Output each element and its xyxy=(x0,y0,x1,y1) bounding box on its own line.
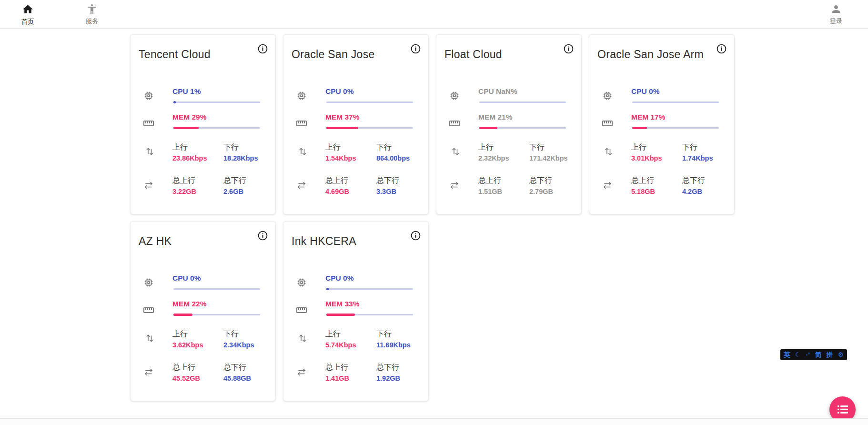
ime-lang-indicator[interactable]: 英 xyxy=(784,349,790,360)
updown-arrows-icon xyxy=(298,333,307,343)
mem-bar xyxy=(632,127,719,129)
cpu-chip-icon xyxy=(449,91,460,101)
info-button[interactable] xyxy=(562,43,575,56)
info-icon xyxy=(257,230,268,241)
info-button[interactable] xyxy=(256,43,269,56)
upload-label: 上行 xyxy=(172,142,188,152)
list-icon xyxy=(838,405,848,414)
nav-item-services[interactable]: 服务 xyxy=(75,3,109,26)
server-card: Oracle San Jose Arm CPU 0% MEM 17% xyxy=(589,34,735,214)
total-download-label: 总下行 xyxy=(376,363,399,373)
total-download-value: 45.88GB xyxy=(223,374,251,382)
total-download-label: 总下行 xyxy=(223,176,246,186)
updown-arrows-icon xyxy=(145,333,154,343)
download-label: 下行 xyxy=(376,142,392,152)
info-button[interactable] xyxy=(409,230,422,243)
total-upload-label: 总上行 xyxy=(478,176,501,186)
ruler-icon xyxy=(296,118,307,129)
download-label: 下行 xyxy=(529,142,545,152)
total-upload-value: 45.52GB xyxy=(172,374,200,382)
cpu-label: CPU NaN% xyxy=(478,87,517,96)
total-upload-value: 4.69GB xyxy=(325,188,349,195)
info-button[interactable] xyxy=(715,43,727,56)
nav-item-login[interactable]: 登录 xyxy=(819,3,853,26)
swap-arrows-icon xyxy=(143,181,154,190)
info-icon xyxy=(716,43,727,54)
total-download-label: 总下行 xyxy=(223,363,246,373)
swap-arrows-icon xyxy=(602,181,613,190)
mem-bar-fill xyxy=(326,314,355,316)
server-name: Float Cloud xyxy=(444,48,502,61)
server-name: AZ HK xyxy=(139,235,172,248)
nav-home-label: 首页 xyxy=(11,18,44,26)
total-download-label: 总下行 xyxy=(376,176,399,186)
mem-bar-fill xyxy=(632,127,647,129)
mem-bar-fill xyxy=(173,127,199,129)
server-card: AZ HK CPU 0% MEM 22% 上行 xyxy=(130,221,276,401)
person-icon xyxy=(830,3,842,15)
ime-punctuation-indicator[interactable]: ·’ xyxy=(806,349,810,360)
cpu-label: CPU 0% xyxy=(631,87,659,96)
total-download-label: 总下行 xyxy=(529,176,552,186)
download-value: 11.69Kbps xyxy=(376,341,411,349)
total-upload-value: 3.22GB xyxy=(172,188,196,195)
mem-bar xyxy=(173,314,260,315)
moon-icon[interactable]: ☾ xyxy=(795,349,801,360)
cpu-chip-icon xyxy=(602,91,613,101)
upload-value: 3.62Kbps xyxy=(172,341,203,349)
ime-status-bar[interactable]: 英 ☾ ·’ 简 拼 ⚙ xyxy=(780,349,847,360)
cpu-bar-fill xyxy=(326,288,329,290)
upload-label: 上行 xyxy=(172,329,188,339)
total-download-value: 1.92GB xyxy=(376,374,400,382)
info-button[interactable] xyxy=(256,230,269,243)
cpu-bar xyxy=(173,288,260,290)
cpu-label: CPU 1% xyxy=(172,87,201,96)
mem-bar xyxy=(173,127,260,129)
server-name: Ink HKCERA xyxy=(292,235,356,248)
server-cards-grid: Tencent Cloud CPU 1% MEM 29% xyxy=(130,34,735,401)
nav-item-home[interactable]: 首页 xyxy=(11,3,44,26)
home-icon xyxy=(22,3,34,15)
upload-label: 上行 xyxy=(478,142,494,152)
cpu-bar-fill xyxy=(173,101,176,103)
swap-arrows-icon xyxy=(143,367,154,377)
server-card: Tencent Cloud CPU 1% MEM 29% xyxy=(130,34,276,214)
total-upload-value: 5.18GB xyxy=(631,188,655,195)
upload-label: 上行 xyxy=(631,142,646,152)
mem-bar-fill xyxy=(479,127,497,129)
gear-icon[interactable]: ⚙ xyxy=(838,349,844,360)
server-card: Oracle San Jose CPU 0% MEM 37% xyxy=(283,34,429,214)
info-button[interactable] xyxy=(409,43,422,56)
footer-divider xyxy=(0,418,868,425)
cpu-label: CPU 0% xyxy=(172,274,201,283)
cpu-bar xyxy=(326,288,413,290)
server-name: Oracle San Jose Arm xyxy=(597,48,704,61)
total-download-value: 4.2GB xyxy=(682,188,702,195)
cpu-bar xyxy=(479,101,566,103)
download-label: 下行 xyxy=(223,142,239,152)
upload-value: 1.54Kbps xyxy=(325,154,356,162)
download-value: 1.74Kbps xyxy=(682,154,713,162)
mem-bar xyxy=(326,314,413,315)
total-upload-label: 总上行 xyxy=(325,363,348,373)
cpu-chip-icon xyxy=(296,91,307,101)
total-download-value: 2.79GB xyxy=(529,188,553,195)
ruler-icon xyxy=(296,304,307,316)
accessibility-icon xyxy=(86,3,98,15)
total-upload-label: 总上行 xyxy=(325,176,348,186)
upload-value: 3.01Kbps xyxy=(631,154,662,162)
cpu-label: CPU 0% xyxy=(325,274,353,283)
mem-bar xyxy=(479,127,566,129)
cpu-label: CPU 0% xyxy=(325,87,353,96)
cpu-chip-icon xyxy=(296,277,307,288)
info-icon xyxy=(410,43,421,54)
updown-arrows-icon xyxy=(604,146,613,156)
ime-pinyin-indicator[interactable]: 拼 xyxy=(827,349,833,360)
mem-bar-fill xyxy=(326,127,358,129)
top-nav: 首页 服务 登录 xyxy=(0,0,868,29)
mem-label: MEM 17% xyxy=(631,113,666,121)
mem-label: MEM 33% xyxy=(325,300,360,308)
mem-bar xyxy=(326,127,413,129)
ime-simplified-indicator[interactable]: 简 xyxy=(815,349,822,360)
total-upload-value: 1.41GB xyxy=(325,374,349,382)
